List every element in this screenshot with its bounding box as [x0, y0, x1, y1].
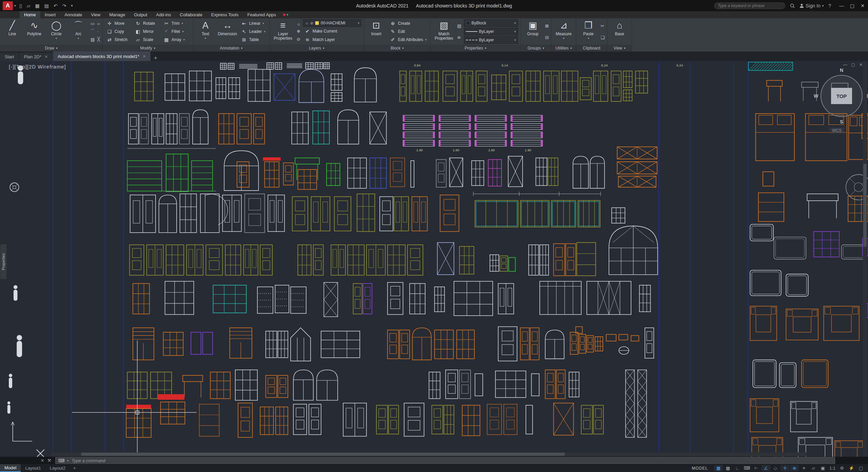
properties-palette-icon[interactable]: ▤ [457, 23, 461, 28]
help-icon[interactable]: ? [828, 3, 831, 8]
ribbon-tab-addins[interactable]: Add-ins [152, 11, 175, 18]
clean-screen-icon[interactable]: ▢ [856, 465, 865, 471]
polar-tracking-icon[interactable]: ∠ [762, 465, 770, 471]
file-tab-plan2d[interactable]: Plan 2D*✕ [19, 53, 53, 61]
properties-palette-tab[interactable]: Properties [0, 244, 7, 279]
new-layout-button[interactable]: + [70, 466, 79, 471]
drawing-area[interactable]: 0.946.146.246.241.901.601.601.90 [-][Top… [0, 61, 868, 457]
text-tool-button[interactable]: A Text ▾ [196, 19, 215, 44]
measure-button[interactable]: ⊿ Measure ▾ [554, 19, 573, 44]
grid-display-icon[interactable]: ▦ [714, 465, 723, 471]
file-tab-start[interactable]: Start [0, 53, 19, 61]
viewport-controls-label[interactable]: [-][Top][2D Wireframe] [9, 64, 66, 70]
drawing-restore-icon[interactable]: ▢ [851, 62, 855, 67]
viewcube-south[interactable]: S [840, 119, 843, 124]
match-properties-button[interactable]: ▧ Match Properties [433, 19, 455, 44]
redo-icon[interactable]: ↷ [62, 3, 66, 8]
file-tab-showers-blocks[interactable]: Autocad showers blocks 3D print model1*✕ [53, 52, 151, 61]
ribbon-tab-manage[interactable]: Manage [105, 11, 130, 18]
command-input[interactable]: ⌨ ▸ Type a command [55, 457, 835, 464]
create-block-button[interactable]: ⊕Create [389, 19, 428, 27]
undo-icon[interactable]: ↶ [54, 3, 58, 8]
wcs-dropdown[interactable]: WCS [829, 127, 844, 134]
arc-tool-button[interactable]: ⌒ Arc ▾ [68, 19, 88, 44]
layers-panel-label[interactable]: Layers▾ [270, 45, 364, 52]
logo-caret-icon[interactable]: ▾ [14, 4, 16, 7]
ribbon-tab-home[interactable]: Home [20, 11, 40, 18]
ribbon-tab-collaborate[interactable]: Collaborate [175, 11, 207, 18]
line-tool-button[interactable]: ╱ Line [2, 19, 22, 44]
annotation-panel-label[interactable]: Annotation▾ [193, 45, 269, 52]
drawing-close-icon[interactable]: ✕ [859, 62, 863, 67]
layer-freeze-icon[interactable]: ❄ [297, 29, 301, 34]
leader-button[interactable]: ↖Leader▾ [240, 27, 267, 36]
layout2-tab[interactable]: Layout2 [45, 464, 70, 472]
dynamic-input-icon[interactable]: ⌨ [743, 465, 751, 471]
block-panel-label[interactable]: Block▾ [364, 45, 431, 52]
circle-tool-button[interactable]: ◯ Circle ▾ [46, 19, 66, 44]
transparency-icon[interactable]: ▱ [809, 465, 818, 471]
spline-icon[interactable]: ≈ [97, 21, 100, 26]
fillet-button[interactable]: ◜Fillet▾ [162, 27, 191, 36]
group-button[interactable]: ▣ Group [523, 19, 543, 44]
infer-constraints-icon[interactable]: ∟ [733, 465, 742, 471]
file-tab-close-icon[interactable]: ✕ [143, 54, 146, 59]
annotation-monitor-icon[interactable]: ⚡ [847, 465, 856, 471]
horizontal-scrollbar[interactable] [51, 452, 807, 456]
command-close-icon[interactable]: ✕ [41, 458, 44, 463]
ribbon-tab-annotate[interactable]: Annotate [60, 11, 86, 18]
edit-attributes-button[interactable]: ✐Edit Attributes▾ [389, 36, 428, 44]
insert-block-button[interactable]: ⊡ Insert [367, 19, 386, 44]
sign-in-button[interactable]: Sign In ▾ [800, 3, 824, 8]
viewcube-north[interactable]: N [840, 67, 843, 73]
dimension-tool-button[interactable]: ↔ Dimension [218, 19, 237, 44]
vertical-scrollbar-thumb[interactable] [863, 164, 867, 247]
ortho-mode-icon[interactable]: ⊢ [752, 465, 761, 471]
match-layer-button[interactable]: ≋Match Layer [303, 36, 361, 44]
mirror-button[interactable]: ◧Mirror [134, 27, 162, 36]
array-button[interactable]: ▦Array▾ [162, 36, 191, 44]
ribbon-tab-view[interactable]: View [86, 11, 105, 18]
hatch-icon[interactable]: ▨ [91, 37, 95, 42]
ribbon-tab-express-tools[interactable]: Express Tools [207, 11, 243, 18]
isometric-drafting-icon[interactable]: ◇ [771, 465, 780, 471]
groups-panel-label[interactable]: Groups▾ [521, 45, 551, 52]
viewcube-top-face[interactable]: TOP [831, 88, 852, 104]
modify-panel-label[interactable]: Modify▾ [103, 45, 193, 52]
selection-cycling-icon[interactable]: ▣ [818, 465, 827, 471]
model-space-badge[interactable]: MODEL [692, 466, 708, 471]
layer-properties-button[interactable]: ≡ Layer Properties [272, 19, 294, 44]
ribbon-tab-featured-apps[interactable]: Featured Apps [243, 11, 280, 18]
copy-button[interactable]: ❏Copy [105, 27, 134, 36]
ribbon-extra-icon[interactable]: ▾ [280, 11, 291, 18]
viewcube-west[interactable]: W [814, 93, 818, 99]
layout1-tab[interactable]: Layout1 [21, 464, 45, 472]
draw-panel-label[interactable]: Draw▾ [0, 45, 102, 52]
file-tab-close-icon[interactable]: ✕ [45, 55, 48, 59]
lineweight-dropdown[interactable]: ByLayer ▾ [464, 28, 518, 35]
layer-dropdown[interactable]: ☼ ⊘ 00-HACHEMI ▾ [303, 19, 361, 27]
make-current-button[interactable]: ✔Make Current [303, 27, 361, 35]
drawing-minimize-icon[interactable]: — [843, 62, 847, 67]
object-snap-icon[interactable]: ⊕ [790, 465, 799, 471]
search-icon[interactable] [790, 3, 795, 8]
autocad-logo-icon[interactable]: A [3, 1, 13, 10]
move-button[interactable]: ✛Move [105, 19, 134, 27]
list-properties-icon[interactable]: ≋ [457, 35, 461, 40]
new-file-tab-button[interactable]: + [151, 55, 160, 61]
plot-icon[interactable]: ▤ [44, 3, 49, 8]
copy-clip-icon[interactable]: ❏ [600, 35, 605, 40]
properties-panel-label[interactable]: Properties▾ [431, 45, 520, 52]
horizontal-scrollbar-thumb[interactable] [81, 453, 565, 456]
linear-button[interactable]: ⇤Linear▾ [240, 19, 267, 27]
table-button[interactable]: ⊞Table [240, 36, 267, 44]
utilities-panel-label[interactable]: Utilities▾ [551, 45, 576, 52]
object-snap-tracking-icon[interactable]: ✛ [781, 465, 789, 471]
vertical-scrollbar[interactable] [863, 61, 867, 457]
annotation-scale-icon[interactable]: 1:1 [828, 465, 837, 471]
point-icon[interactable]: ∙ [97, 29, 100, 34]
minimize-icon[interactable]: — [839, 3, 844, 8]
layer-lock-icon[interactable]: ⊘ [297, 37, 301, 42]
close-icon[interactable]: ✕ [861, 3, 865, 8]
trim-button[interactable]: ✂Trim▾ [162, 19, 191, 27]
